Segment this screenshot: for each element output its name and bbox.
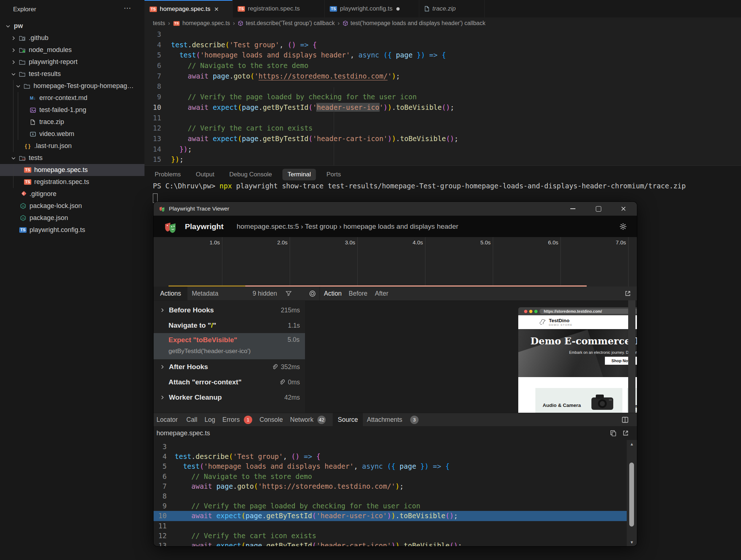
tab-call[interactable]: Call <box>186 413 197 427</box>
tab-debug-console[interactable]: Debug Console <box>229 169 272 180</box>
scroll-up-icon[interactable]: ▲ <box>627 442 637 446</box>
typescript-test-icon: TS <box>24 167 31 173</box>
tree-item-pw[interactable]: pw <box>0 20 144 32</box>
tree-item-homepage-test-group-folder[interactable]: homepage-Test-group-homepag… <box>0 80 144 92</box>
browser-chrome: https://storedemo.testdino.com/ <box>518 307 637 315</box>
scroll-down-icon[interactable]: ▼ <box>627 540 637 544</box>
filter-icon[interactable] <box>285 290 292 297</box>
copy-icon[interactable] <box>610 430 617 436</box>
editor-code-lines: 34test.describe('Test group', () => {5 t… <box>144 29 741 165</box>
node-package-icon: JS <box>19 203 27 209</box>
layout-columns-icon[interactable] <box>622 416 629 423</box>
tree-item-test-failed-png[interactable]: test-failed-1.png <box>0 104 144 116</box>
pick-locator-icon[interactable] <box>305 287 320 300</box>
tree-item-package-json[interactable]: JS package.json <box>0 212 144 224</box>
tree-item-github[interactable]: .github <box>0 32 144 44</box>
testdino-logo-icon <box>539 319 547 325</box>
store-brand[interactable]: TestDino <box>549 318 570 323</box>
tests-folder-icon: </> <box>19 155 26 161</box>
minimize-button[interactable] <box>563 202 583 216</box>
svg-text:JS: JS <box>21 217 24 220</box>
tab-terminal[interactable]: Terminal <box>282 169 316 180</box>
tab-homepage-spec[interactable]: TS homepage.spec.ts ✕ <box>144 0 233 17</box>
tab-problems[interactable]: Problems <box>155 169 181 180</box>
tab-output[interactable]: Output <box>196 169 214 180</box>
action-worker-cleanup[interactable]: Worker Cleanup 42ms <box>154 390 305 405</box>
indent-guide <box>13 164 13 188</box>
action-attach-error-context[interactable]: Attach "error-context" 0ms <box>154 375 305 390</box>
source-scrollbar[interactable]: ▲ ▼ <box>627 440 637 546</box>
chevron-down-icon <box>15 83 21 89</box>
chevron-right-icon <box>11 59 16 65</box>
tab-ports[interactable]: Ports <box>326 169 341 180</box>
category-card-audio-camera[interactable]: Audio & Camera <box>535 388 622 413</box>
typescript-test-icon: TS <box>150 7 157 12</box>
tab-console[interactable]: Console <box>259 413 283 427</box>
action-before-hooks[interactable]: Before Hooks 215ms <box>154 303 305 318</box>
scrollbar-thumb[interactable] <box>629 463 634 527</box>
breadcrumb-test[interactable]: test('homepage loads and displays header… <box>350 20 486 27</box>
tab-locator[interactable]: Locator <box>156 413 178 427</box>
tab-log[interactable]: Log <box>205 413 215 427</box>
action-locator-subtitle: getByTestId('header-user-ico') <box>169 348 251 355</box>
tree-item-package-lock[interactable]: JS package-lock.json <box>0 200 144 212</box>
tab-registration-spec[interactable]: TS registration.spec.ts <box>233 0 325 17</box>
code-editor[interactable]: 34test.describe('Test group', () => {5 t… <box>144 29 741 165</box>
tab-before[interactable]: Before <box>349 287 368 300</box>
tree-item-playwright-config[interactable]: TS playwright.config.ts <box>0 224 144 236</box>
maximize-button[interactable] <box>588 202 609 216</box>
breadcrumb-file[interactable]: homepage.spec.ts <box>182 20 230 27</box>
hero-title: Demo E-commerce Testing Store <box>518 336 637 347</box>
tab-source[interactable]: Source <box>333 413 363 427</box>
tree-item-playwright-report[interactable]: playwright-report <box>0 56 144 68</box>
chevron-down-icon <box>11 71 16 77</box>
tree-item-gitignore[interactable]: .gitignore <box>0 188 144 200</box>
svg-text:</>: </> <box>22 157 26 160</box>
tab-metadata[interactable]: Metadata <box>192 287 218 300</box>
tab-trace-zip[interactable]: trace.zip <box>419 0 485 17</box>
modified-dot-icon[interactable] <box>396 7 400 11</box>
tab-actions[interactable]: Actions <box>154 287 187 300</box>
file-icon <box>29 119 36 125</box>
tab-after[interactable]: After <box>375 287 388 300</box>
errors-count-badge: 1 <box>244 416 252 424</box>
tree-item-node-modules[interactable]: node_modules <box>0 44 144 56</box>
tab-attachments[interactable]: Attachments <box>367 413 402 427</box>
snapshot-scrollbar[interactable] <box>628 300 635 413</box>
tab-action[interactable]: Action <box>324 287 342 300</box>
traffic-light-red <box>524 310 527 313</box>
breadcrumb-tests[interactable]: tests <box>153 20 165 27</box>
window-title-bar[interactable]: Playwright Trace Viewer <box>154 202 637 216</box>
snapshot-panel: Action Before After https://storedemo.te… <box>305 287 637 413</box>
explorer-more-actions[interactable]: ⋯ <box>124 4 132 12</box>
external-link-icon[interactable] <box>625 290 631 297</box>
tab-playwright-config[interactable]: TS playwright.config.ts <box>325 0 419 17</box>
category-section: Audio & Camera Appliances Smart home app… <box>518 377 637 413</box>
close-icon[interactable]: ✕ <box>214 6 219 13</box>
trace-timeline[interactable]: 1.0s 2.0s 3.0s 4.0s 5.0s 6.0s 7.0s <box>154 237 637 287</box>
tree-item-trace-zip[interactable]: trace.zip <box>0 116 144 128</box>
timeline-tick: 1.0s <box>198 239 220 245</box>
tab-errors[interactable]: Errors <box>222 413 240 427</box>
tree-item-homepage-spec[interactable]: TS homepage.spec.ts <box>0 164 144 176</box>
close-button[interactable] <box>613 202 634 216</box>
screen: Explorer ⋯ pw .github node_modules playw… <box>0 0 741 560</box>
tree-item-error-context-md[interactable]: M↓ error-context.md <box>0 92 144 104</box>
playwright-masks-icon <box>159 205 165 212</box>
tree-item-last-run-json[interactable]: { } .last-run.json <box>0 140 144 152</box>
action-expect-tobevisible[interactable]: Expect "toBeVisible" 5.0s getByTestId('h… <box>154 333 305 359</box>
folder-open-icon <box>19 71 26 77</box>
terminal-command-line[interactable]: PS C:\Dhruv\pw> npx playwright show-trac… <box>153 182 686 190</box>
tree-item-registration-spec[interactable]: TS registration.spec.ts <box>0 176 144 188</box>
tree-item-tests[interactable]: </> tests <box>0 152 144 164</box>
action-after-hooks[interactable]: After Hooks 352ms <box>154 359 305 375</box>
external-link-icon[interactable] <box>622 430 629 436</box>
gear-icon[interactable] <box>619 222 627 231</box>
network-count-badge: 42 <box>317 416 326 424</box>
action-navigate[interactable]: Navigate to "/" 1.1s <box>154 318 305 333</box>
breadcrumb-describe[interactable]: test.describe('Test group') callback <box>246 20 334 27</box>
source-code-panel[interactable]: 34test.describe('Test group', () => {5 t… <box>154 440 627 546</box>
tree-item-test-results[interactable]: test-results <box>0 68 144 80</box>
tree-item-video-webm[interactable]: video.webm <box>0 128 144 140</box>
tab-network[interactable]: Network <box>290 413 313 427</box>
